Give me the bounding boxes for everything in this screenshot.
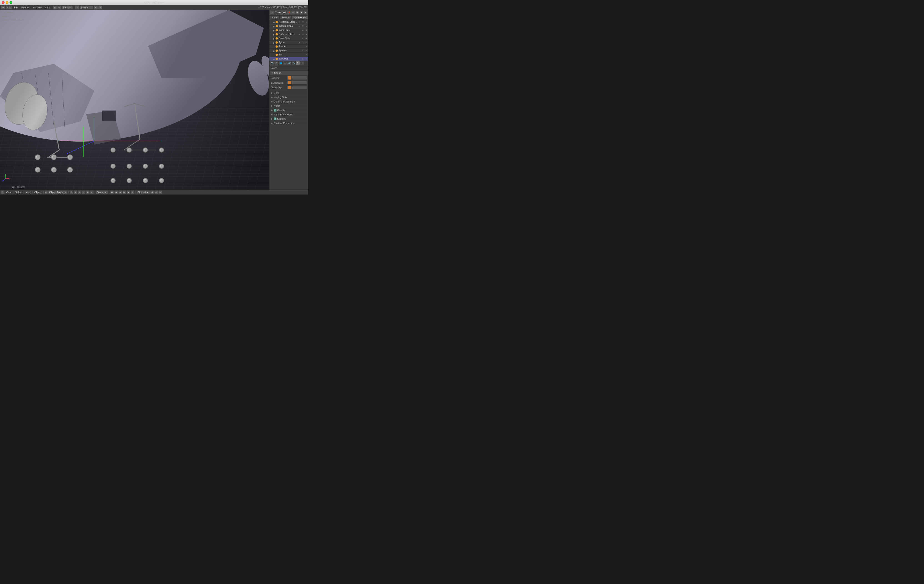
prop-world-icon[interactable]: 🌐 — [279, 61, 283, 65]
prop-scene-icon[interactable]: 🎬 — [274, 61, 278, 65]
manipulator-icon[interactable]: ↔ — [82, 191, 86, 194]
proportional-icon[interactable]: ○ — [90, 191, 94, 194]
section-gravity[interactable]: ▶ ✓ Gravity — [270, 108, 308, 112]
render-engine-icon[interactable]: INFO — [5, 5, 12, 10]
item-vis-icon-10[interactable]: ✕ — [301, 57, 304, 61]
prop-object-icon[interactable]: ◆ — [283, 61, 287, 65]
background-value[interactable] — [287, 81, 307, 84]
prop-material-icon[interactable]: ● — [300, 61, 304, 65]
section-simplify[interactable]: ▶ ✓ Simplify — [270, 117, 308, 121]
extra-icon[interactable]: ⊙ — [154, 191, 158, 194]
outliner-item-spoilers[interactable]: ▶ Spoilers ✕ ✎ — [269, 49, 308, 53]
overlay-icon[interactable]: ◉ — [114, 191, 118, 194]
outliner-item-pylons[interactable]: ▶ Pylons ✕ 👁 ⚙ — [269, 40, 308, 44]
item-lock-icon-4[interactable]: ● — [305, 33, 308, 36]
fullscreen-button[interactable] — [10, 1, 12, 4]
item-vis-icon-5[interactable]: ✕ — [301, 37, 304, 40]
blender-icon[interactable]: ⊙ — [1, 5, 5, 10]
settings-icon[interactable]: ⚙ — [292, 11, 295, 14]
pin-icon[interactable]: 📌 — [287, 11, 291, 14]
item-vis-icon-7[interactable]: ✕ — [305, 45, 308, 48]
window-menu[interactable]: Window — [31, 6, 43, 9]
outliner-icon[interactable]: ≡ — [271, 11, 274, 14]
prop-modifier-icon[interactable]: 🔧 — [292, 61, 295, 65]
select-label[interactable]: Select — [14, 191, 23, 194]
gravity-checkbox[interactable]: ✓ — [274, 109, 277, 112]
item-render-icon-3[interactable]: 👁 — [305, 29, 308, 32]
tab-all-scenes[interactable]: All Scenes — [292, 15, 308, 20]
minimize-button[interactable] — [6, 1, 8, 4]
expand-icon[interactable]: ⊞ — [57, 5, 61, 10]
section-rigid-body-world[interactable]: ▶ Rigid Body World — [270, 112, 308, 117]
transform-icon[interactable]: ✦ — [74, 191, 77, 194]
outliner-item-inboard-flaps[interactable]: ▶ Inboard Flaps ✕ 👁 ● — [269, 24, 308, 28]
item-vis-icon[interactable]: ✕ — [298, 20, 301, 24]
viewport-canvas[interactable] — [0, 10, 269, 189]
mode-icon[interactable]: ⊙ — [45, 191, 48, 194]
closest-dropdown[interactable]: Closest ▼ — [137, 191, 150, 194]
item-vis-icon-9[interactable]: ✕ — [305, 53, 308, 56]
help-menu[interactable]: Help — [43, 6, 51, 9]
prop-constraint-icon[interactable]: 🔗 — [287, 61, 291, 65]
item-edit-icon-10[interactable]: ✎ — [305, 57, 308, 61]
layout-label[interactable]: Default — [62, 6, 73, 9]
viewport-type-icon[interactable]: ⊙ — [1, 191, 5, 194]
eye-icon[interactable]: 👁 — [295, 11, 299, 14]
extra-icon-2[interactable]: ◎ — [158, 191, 162, 194]
item-render-icon-2[interactable]: 👁 — [301, 25, 304, 28]
outliner-item-outboard-flaps[interactable]: ▶ Outboard Flaps ✕ 👁 ● — [269, 32, 308, 36]
item-vis-icon-3[interactable]: ✕ — [301, 29, 304, 32]
item-vis-icon-8[interactable]: ✕ — [301, 49, 304, 52]
active-clip-value[interactable] — [287, 86, 307, 89]
prop-render-icon[interactable]: 📷 — [270, 61, 274, 65]
global-dropdown[interactable]: Global ▼ — [96, 191, 108, 194]
rendered-icon[interactable]: ☀ — [131, 191, 134, 194]
scene-close[interactable]: ✕ — [98, 5, 102, 10]
outliner-item-tires003[interactable]: ▶ Tires.003 ✕ ✎ — [269, 57, 308, 61]
snap-icon[interactable]: ⊞ — [69, 191, 73, 194]
item-render-icon-6[interactable]: 👁 — [301, 41, 304, 44]
render-icon[interactable]: ● — [300, 11, 303, 14]
scene-input[interactable]: Scene — [79, 6, 93, 9]
layer-icon[interactable]: ▦ — [86, 191, 89, 194]
close-icon[interactable]: ✕ — [304, 11, 307, 14]
section-keying-sets[interactable]: ▶ Keying Sets — [270, 95, 308, 99]
scene-icon[interactable]: ◎ — [75, 5, 79, 10]
section-audio[interactable]: ▶ Audio — [270, 104, 308, 108]
outliner-item-tail[interactable]: Tail ✕ — [269, 53, 308, 57]
add-label[interactable]: Add — [25, 191, 31, 194]
material-icon[interactable]: ● — [127, 191, 130, 194]
tab-search[interactable]: Search — [280, 15, 292, 20]
outliner-item-horizontal-stabilizers[interactable]: ▶ Horizontal Stabilizers ✕ 👁 ● — [269, 20, 308, 24]
section-custom-properties[interactable]: ▶ Custom Properties — [270, 121, 308, 125]
camera-value[interactable] — [287, 76, 307, 80]
render-menu[interactable]: Render — [20, 6, 31, 9]
item-vis-icon-6[interactable]: ✕ — [298, 41, 301, 44]
section-units[interactable]: ▶ Units — [270, 91, 308, 95]
simplify-checkbox[interactable]: ✓ — [274, 117, 277, 120]
item-edit-icon-8[interactable]: ✎ — [305, 49, 308, 52]
wire-icon[interactable]: ◈ — [119, 191, 122, 194]
section-color-management[interactable]: ▶ Color Management — [270, 100, 308, 104]
item-vis-icon-4[interactable]: ✕ — [298, 33, 301, 36]
item-render-icon[interactable]: 👁 — [301, 20, 304, 24]
close-button[interactable] — [2, 1, 5, 4]
file-menu[interactable]: File — [13, 6, 20, 9]
pivot-icon[interactable]: ◎ — [78, 191, 81, 194]
scene-expand[interactable]: ⊞ — [94, 5, 98, 10]
outliner-item-outer-slats[interactable]: ▶ Outer Slats ✕ 👁 — [269, 36, 308, 40]
item-render-icon-5[interactable]: 👁 — [305, 37, 308, 40]
item-lock-icon[interactable]: ● — [305, 20, 308, 24]
item-lock-icon-2[interactable]: ● — [305, 25, 308, 28]
layout-icon[interactable]: ▦ — [53, 5, 57, 10]
prop-data-icon[interactable]: ▼ — [296, 61, 300, 65]
scene-section-header[interactable]: ▼ Scene — [270, 71, 308, 75]
viewport[interactable]: User Persp Meters SStatus: UNDEFINED X Y… — [0, 10, 269, 189]
texture-icon[interactable]: ▦ — [122, 191, 126, 194]
view-label[interactable]: View — [5, 191, 12, 194]
tab-view[interactable]: View — [270, 15, 279, 20]
item-render-icon-4[interactable]: 👁 — [301, 33, 304, 36]
outliner-item-inner-slats[interactable]: ▶ Inner Slats ✕ 👁 — [269, 28, 308, 32]
outliner-item-rudder[interactable]: Rudder ✕ — [269, 44, 308, 49]
grid-icon[interactable]: ▦ — [110, 191, 114, 194]
